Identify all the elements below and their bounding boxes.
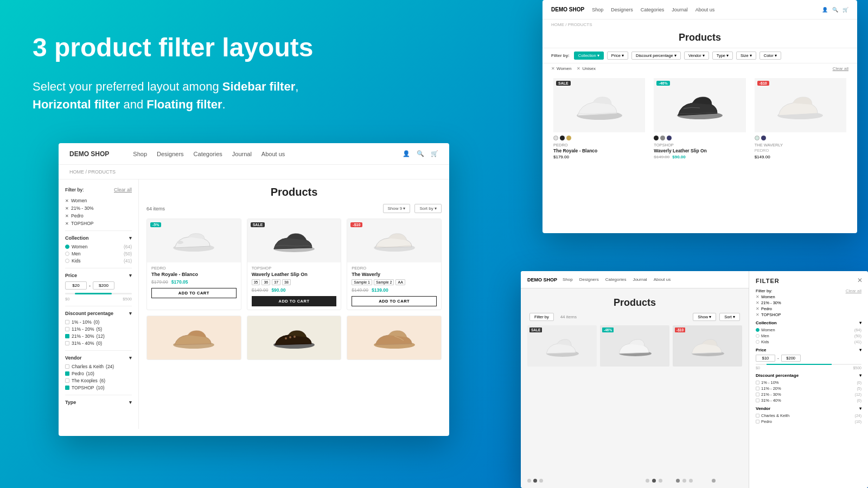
br-show-btn[interactable]: Show ▾ [693,313,716,321]
br-vcb-pedro[interactable] [756,420,760,423]
tr-nav-shop[interactable]: Shop [592,7,603,12]
type-toggle[interactable]: ▾ [129,400,132,405]
cb-1-10[interactable] [65,320,69,324]
cb-kooples[interactable] [65,378,69,383]
show-button[interactable]: Show 9 ▾ [383,204,411,213]
price-min-input[interactable] [65,281,87,290]
br-remove-pedro[interactable]: ✕ [756,306,760,311]
collection-toggle[interactable]: ▾ [129,235,132,241]
br-range-bar[interactable] [756,364,861,365]
nav-designers[interactable]: Designers [157,151,184,157]
br-vcb-ck[interactable] [756,414,760,418]
tr-nav-journal[interactable]: Journal [672,7,688,12]
nav-about[interactable]: About us [261,151,285,157]
br-dot-3[interactable] [659,479,662,483]
br-remove-women[interactable]: ✕ [756,294,760,299]
tr-cart-icon[interactable]: 🛒 [843,7,848,12]
tr-nav-designers[interactable]: Designers [611,7,633,12]
remove-pedro-icon[interactable]: ✕ [65,214,69,219]
color-dot-2b[interactable] [660,136,665,140]
radio-men[interactable] [65,252,69,256]
tr-nav-categories[interactable]: Categories [641,7,665,12]
tr-filter-type[interactable]: Type ▾ [712,52,733,60]
cb-ck[interactable] [65,364,69,369]
br-dot-2[interactable] [652,479,656,483]
br-dot-5[interactable] [682,479,686,483]
br-r-women[interactable] [756,328,760,332]
remove-women-icon[interactable]: ✕ [65,198,69,203]
discount-toggle[interactable]: ▾ [129,311,132,316]
tr-filter-size[interactable]: Size ▾ [736,52,756,60]
color-dot-1b[interactable] [560,136,565,140]
br-dot-4[interactable] [676,479,680,483]
remove-discount-icon[interactable]: ✕ [65,206,69,211]
br-discount-toggle[interactable]: ▾ [859,373,861,378]
br-nav-journal[interactable]: Journal [633,277,647,282]
br-cb-2[interactable] [756,387,760,390]
br-nav-shop[interactable]: Shop [563,277,573,282]
br-r-kids[interactable] [756,340,760,344]
br-price-min[interactable] [756,355,775,362]
size-s1[interactable]: Sample 1 [352,279,372,285]
size-37[interactable]: 37 [272,279,280,285]
tr-nav-about[interactable]: About us [695,7,715,12]
add-to-cart-2[interactable]: ADD TO CART [252,296,337,306]
price-range-bar[interactable] [65,293,132,294]
br-collection-toggle[interactable]: ▾ [859,320,861,325]
clear-all-button[interactable]: Clear all [114,187,132,192]
br-clear-all[interactable]: Clear all [846,288,861,293]
user-icon[interactable]: 👤 [403,150,410,157]
cb-31-40[interactable] [65,341,69,345]
color-dot-2a[interactable] [654,136,659,140]
br-dot-7[interactable] [712,479,716,483]
radio-kids[interactable] [65,259,69,263]
dot-2[interactable] [533,479,537,483]
size-35[interactable]: 35 [252,279,260,285]
price-max-input[interactable] [93,281,114,290]
dot-1[interactable] [527,479,531,483]
br-dot-6[interactable] [689,479,693,483]
add-to-cart-1[interactable]: ADD TO CART [151,288,237,298]
color-dot-3a[interactable] [755,136,760,140]
tr-remove-women[interactable]: ✕ [551,66,555,71]
tr-filter-vendor[interactable]: Vendor ▾ [684,52,709,60]
tr-remove-unisex[interactable]: ✕ [577,66,580,71]
cb-11-20[interactable] [65,327,69,331]
radio-women[interactable] [65,245,69,249]
color-dot-3b[interactable] [761,136,766,140]
br-r-men[interactable] [756,334,760,338]
br-price-max[interactable] [781,355,801,362]
size-36[interactable]: 36 [261,279,270,285]
price-toggle[interactable]: ▾ [129,273,132,278]
tr-user-icon[interactable]: 👤 [822,7,828,12]
br-nav-designers[interactable]: Designers [579,277,599,282]
panel-close-button[interactable]: ✕ [857,277,863,284]
nav-categories[interactable]: Categories [194,151,222,157]
vendor-toggle[interactable]: ▾ [129,355,132,361]
nav-journal[interactable]: Journal [232,151,252,157]
tr-filter-discount[interactable]: Discount percentage ▾ [631,52,681,60]
tr-filter-collection[interactable]: Collection ▾ [574,52,604,60]
color-dot-1a[interactable] [553,136,558,140]
tr-clear-all[interactable]: Clear all [833,66,848,71]
cart-icon[interactable]: 🛒 [431,150,438,157]
br-nav-categories[interactable]: Categories [605,277,627,282]
size-s2[interactable]: Sample 2 [374,279,394,285]
tr-search-icon[interactable]: 🔍 [832,7,838,12]
size-aa[interactable]: AA [395,279,405,285]
br-sort-btn[interactable]: Sort ▾ [719,313,740,321]
color-dot-1c[interactable] [566,136,571,140]
cb-21-30[interactable] [65,334,69,338]
cb-pedro[interactable] [65,371,69,376]
search-icon[interactable]: 🔍 [417,150,424,157]
br-cb-4[interactable] [756,399,760,402]
br-vendor-toggle[interactable]: ▾ [859,406,861,411]
br-filter-button[interactable]: Filter by [529,313,554,321]
tr-filter-price[interactable]: Price ▾ [607,52,628,60]
dot-3[interactable] [539,479,543,483]
br-remove-discount[interactable]: ✕ [756,300,760,305]
br-cb-3[interactable] [756,393,760,396]
tr-filter-color[interactable]: Color ▾ [760,52,781,60]
br-dot-1[interactable] [646,479,649,483]
nav-shop[interactable]: Shop [133,151,147,157]
